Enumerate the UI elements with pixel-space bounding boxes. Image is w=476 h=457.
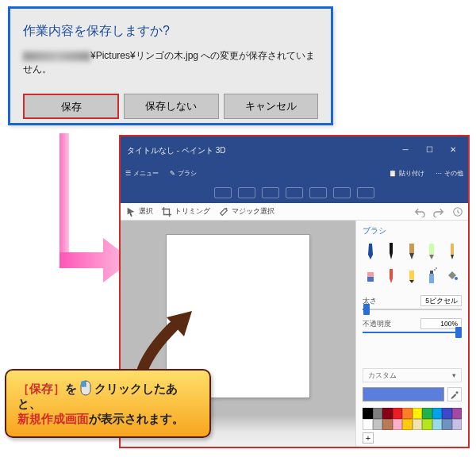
- brush-tab[interactable]: ✎ブラシ: [170, 169, 197, 178]
- opacity-section: 不透明度 100%: [363, 318, 462, 333]
- thickness-value[interactable]: 5ピクセル: [420, 295, 462, 306]
- etc-button[interactable]: ⋯その他: [436, 169, 463, 178]
- svg-rect-5: [451, 244, 454, 255]
- action-toolbar: 選択 トリミング マジック選択: [121, 203, 468, 221]
- svg-point-13: [455, 277, 458, 280]
- palette-swatch[interactable]: [432, 408, 443, 419]
- svg-rect-3: [409, 244, 414, 253]
- tool-slot[interactable]: [309, 187, 327, 198]
- tool-slot[interactable]: [262, 187, 279, 198]
- palette-swatch[interactable]: [413, 408, 423, 419]
- redo-icon[interactable]: [433, 206, 444, 217]
- brush-crayon-icon[interactable]: [383, 265, 399, 286]
- palette-swatch[interactable]: [393, 419, 403, 430]
- palette-swatch[interactable]: [363, 408, 373, 419]
- brush-eraser-icon[interactable]: [363, 265, 378, 286]
- magic-select-tool[interactable]: マジック選択: [218, 206, 274, 217]
- dialog-message: ¥Pictures¥リンゴの木.jpg への変更が保存されていません。: [23, 49, 318, 76]
- opacity-label: 不透明度: [363, 319, 420, 329]
- brush-watercolor-icon[interactable]: [424, 241, 440, 262]
- undo-icon[interactable]: [414, 206, 425, 217]
- minimize-button[interactable]: ─: [393, 143, 417, 157]
- palette-swatch[interactable]: [442, 419, 452, 430]
- menubar: ☰メニュー ✎ブラシ 📋貼り付け ⋯その他: [121, 163, 468, 182]
- svg-rect-7: [367, 277, 374, 282]
- save-confirm-dialog: 作業内容を保存しますか? ¥Pictures¥リンゴの木.jpg への変更が保存…: [8, 6, 333, 125]
- palette-swatch[interactable]: [402, 408, 413, 419]
- palette-swatch[interactable]: [393, 408, 403, 419]
- svg-point-11: [434, 269, 436, 271]
- paste-group[interactable]: 📋貼り付け: [389, 169, 424, 178]
- palette-swatch[interactable]: [442, 408, 452, 419]
- instruction-callout: ［保存］を クリックしたあと、 新規作成画面が表示されます。: [5, 369, 211, 438]
- brush-pencil-icon[interactable]: [444, 241, 460, 262]
- palette-swatch[interactable]: [373, 408, 383, 419]
- tool-slot[interactable]: [286, 187, 303, 198]
- svg-point-14: [456, 391, 459, 394]
- thickness-section: 太さ 5ピクセル: [363, 295, 462, 310]
- panel-title: ブラシ: [363, 225, 462, 236]
- svg-rect-16: [81, 381, 86, 387]
- svg-rect-9: [429, 274, 434, 283]
- add-color-button[interactable]: +: [363, 432, 374, 444]
- brush-fill-icon[interactable]: [444, 265, 460, 286]
- brush-spray-icon[interactable]: [424, 265, 440, 286]
- palette-swatch[interactable]: [382, 419, 393, 430]
- palette-swatch[interactable]: [432, 419, 443, 430]
- cancel-button[interactable]: キャンセル: [224, 94, 318, 119]
- callout-newscreen-label: 新規作成画面: [17, 412, 89, 425]
- eyedropper-tool[interactable]: [447, 387, 462, 401]
- current-color-swatch[interactable]: [363, 387, 444, 401]
- palette-swatch[interactable]: [413, 419, 423, 430]
- chevron-down-icon: ▾: [452, 371, 456, 379]
- palette-swatch[interactable]: [452, 408, 463, 419]
- palette-swatch[interactable]: [422, 419, 432, 430]
- custom-dropdown[interactable]: カスタム ▾: [363, 368, 462, 382]
- palette-swatch[interactable]: [422, 408, 432, 419]
- brush-oil-icon[interactable]: [404, 241, 420, 262]
- palette-swatch[interactable]: [402, 419, 413, 430]
- palette-swatch[interactable]: [373, 419, 383, 430]
- svg-rect-0: [60, 133, 69, 252]
- opacity-slider[interactable]: [363, 332, 462, 333]
- svg-point-1: [226, 207, 228, 209]
- brush-calligraphy-icon[interactable]: [383, 241, 399, 262]
- redacted-path: [23, 52, 90, 61]
- maximize-button[interactable]: ☐: [417, 143, 441, 157]
- tool-slot[interactable]: [357, 187, 374, 198]
- svg-rect-4: [429, 244, 434, 255]
- titlebar: タイトルなし - ペイント 3D ─ ☐ ✕: [121, 136, 468, 163]
- dialog-button-row: 保存 保存しない キャンセル: [23, 94, 318, 119]
- thickness-label: 太さ: [363, 296, 420, 306]
- brush-grid: [363, 241, 462, 286]
- dialog-title: 作業内容を保存しますか?: [23, 23, 318, 40]
- svg-point-12: [436, 267, 437, 269]
- svg-rect-8: [409, 271, 414, 280]
- palette-swatch[interactable]: [382, 408, 393, 419]
- brush-pixel-icon[interactable]: [404, 265, 420, 286]
- thickness-slider[interactable]: [363, 309, 462, 310]
- tool-slot[interactable]: [238, 187, 255, 198]
- tool-slot[interactable]: [333, 187, 351, 198]
- window-title: タイトルなし - ペイント 3D: [124, 144, 393, 156]
- save-button[interactable]: 保存: [23, 94, 119, 119]
- palette-swatch[interactable]: [452, 419, 463, 430]
- callout-save-label: ［保存］: [17, 382, 65, 395]
- palette-swatch[interactable]: [363, 419, 373, 430]
- select-tool[interactable]: 選択: [125, 206, 153, 217]
- close-button[interactable]: ✕: [441, 143, 465, 157]
- color-palette: [363, 408, 462, 430]
- brush-marker-icon[interactable]: [363, 241, 378, 262]
- crop-tool[interactable]: トリミング: [161, 206, 210, 217]
- tool-tabs: [121, 182, 468, 203]
- svg-rect-10: [430, 271, 433, 274]
- mouse-icon: [80, 380, 91, 396]
- menu-button[interactable]: ☰メニュー: [125, 169, 159, 178]
- dont-save-button[interactable]: 保存しない: [124, 94, 218, 119]
- brush-panel: ブラシ 太さ 5ピクセル: [355, 221, 468, 447]
- history-icon[interactable]: [452, 206, 463, 217]
- tool-slot[interactable]: [214, 187, 232, 198]
